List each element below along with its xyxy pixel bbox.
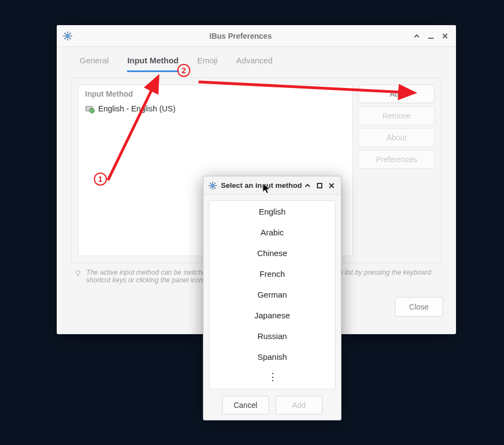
dialog-footer: Cancel Add (209, 389, 335, 414)
preferences-button: Preferences (358, 150, 435, 169)
dialog-titlebar: Select an input method (203, 176, 341, 195)
dialog-gear-icon (208, 181, 218, 191)
lang-item[interactable]: Spanish (209, 346, 335, 367)
tab-advanced[interactable]: Advanced (236, 52, 273, 72)
tab-general[interactable]: General (80, 52, 109, 72)
add-button[interactable]: Add (358, 85, 435, 103)
tab-bar: General Input Method Emoji Advanced (67, 47, 446, 72)
lang-item[interactable]: Arabic (209, 222, 335, 242)
close-button[interactable]: Close (395, 297, 443, 317)
tab-input-method[interactable]: Input Method (127, 52, 178, 72)
dialog-title: Select an input method (221, 181, 303, 189)
window-minimize-icon[interactable] (425, 31, 436, 41)
svg-line-5 (64, 33, 66, 34)
keyboard-globe-icon (85, 104, 95, 114)
language-list[interactable]: English Arabic Chinese French German Jap… (209, 200, 335, 389)
svg-rect-23 (317, 183, 322, 188)
app-gear-icon (62, 31, 73, 41)
svg-point-12 (76, 271, 80, 275)
svg-point-11 (89, 108, 94, 113)
about-button: About (358, 128, 435, 147)
window-title: IBus Preferences (73, 32, 408, 40)
svg-line-8 (69, 33, 70, 34)
lang-item[interactable]: Russian (209, 325, 335, 346)
side-button-column: Add Remove About Preferences (358, 85, 435, 256)
dialog-add-button: Add (275, 396, 322, 414)
window-titlebar: IBus Preferences (57, 25, 456, 47)
svg-line-21 (210, 187, 211, 188)
dialog-roll-up-icon[interactable] (303, 181, 313, 191)
svg-point-0 (65, 33, 70, 38)
svg-point-14 (211, 183, 215, 188)
input-method-row[interactable]: English - English (US) (83, 102, 348, 116)
lang-more-icon[interactable]: ⋮ (209, 367, 335, 387)
tab-emoji[interactable]: Emoji (197, 52, 218, 72)
dialog-close-icon[interactable] (327, 181, 337, 191)
svg-line-7 (64, 38, 66, 39)
window-close-icon[interactable] (440, 31, 451, 41)
svg-line-19 (210, 182, 211, 183)
select-input-method-dialog: Select an input method English Arabic Ch… (203, 176, 341, 420)
lightbulb-icon (74, 269, 82, 277)
svg-line-22 (214, 182, 215, 183)
lang-item[interactable]: German (209, 284, 335, 305)
svg-line-6 (69, 38, 70, 39)
lang-item[interactable]: Japanese (209, 305, 335, 325)
dialog-body: English Arabic Chinese French German Jap… (203, 195, 341, 420)
remove-button: Remove (358, 106, 435, 125)
lang-item[interactable]: Chinese (209, 242, 335, 263)
input-method-row-label: English - English (US) (98, 104, 176, 113)
annotation-circle-1: 1 (94, 173, 107, 186)
svg-line-20 (214, 187, 215, 188)
dialog-cancel-button[interactable]: Cancel (222, 396, 269, 414)
group-label: Input Method (83, 88, 348, 102)
dialog-maximize-icon[interactable] (315, 181, 325, 191)
lang-item[interactable]: French (209, 263, 335, 284)
annotation-circle-2: 2 (177, 64, 190, 77)
window-roll-up-icon[interactable] (411, 31, 422, 41)
lang-item[interactable]: English (209, 201, 335, 222)
dialog-window-controls (303, 181, 337, 191)
